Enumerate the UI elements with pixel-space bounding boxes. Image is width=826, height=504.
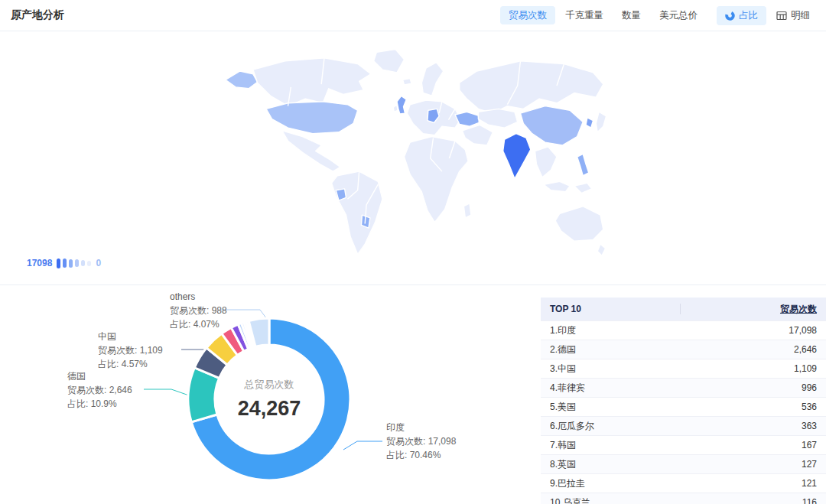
map-legend: 17098 0 [27,258,101,268]
legend-bar [69,259,73,268]
country-india[interactable] [503,134,531,179]
landmass-central-asia [478,109,517,128]
callout-germany: 德国 贸易次数: 2,646 占比: 10.9% [67,369,132,411]
callout-china: 中国 贸易次数: 1,109 占比: 4.57% [98,330,163,371]
table-row[interactable]: 2.德国 2,646 [541,340,826,359]
landmass-australia [555,206,603,242]
metric-tab-group: 贸易次数 千克重量 数量 美元总价 [500,6,706,25]
origin-analysis-panel: 原产地分析 贸易次数 千克重量 数量 美元总价 占比 [0,0,826,504]
breakdown-section: 总贸易次数 24,267 others 贸易次数: 988 占比: 4.07% … [0,285,826,504]
tab-quantity[interactable]: 数量 [613,6,649,25]
table-row[interactable]: 3.中国 1,109 [541,359,826,378]
landmass-russia [460,61,603,113]
callout-india: 印度 贸易次数: 17,098 占比: 70.46% [386,421,456,462]
table-header-trade-count-sort[interactable]: 贸易次数 [681,303,826,316]
world-choropleth-map[interactable] [205,42,618,260]
table-row[interactable]: 6.厄瓜多尔 363 [541,416,826,435]
landmass-southeast-asia [535,147,558,177]
landmass-scandinavia [421,63,444,96]
legend-bar [63,259,67,268]
landmass-iceland [403,79,411,86]
tab-proportion-view[interactable]: 占比 [717,6,766,25]
landmass-indonesia-east [574,183,592,193]
landmass-new-zealand [597,244,605,255]
country-ukraine[interactable] [455,112,479,126]
trade-count-donut-chart [174,304,365,495]
legend-bar [87,261,91,266]
table-row[interactable]: 10.乌克兰 116 [541,493,826,504]
landmass-africa [405,137,469,223]
country-south-korea[interactable] [586,118,593,128]
country-philippines[interactable] [577,154,589,176]
landmass-canada [253,58,371,106]
callout-others: others 贸易次数: 988 占比: 4.07% [170,290,227,331]
view-tab-group: 占比 明细 [717,6,818,25]
tab-trade-count[interactable]: 贸易次数 [500,6,555,25]
landmass-indonesia [544,181,570,191]
table-row[interactable]: 7.韩国 167 [541,435,826,454]
legend-bar [75,259,79,267]
tab-usd-total[interactable]: 美元总价 [651,6,706,25]
tab-kg-weight[interactable]: 千克重量 [557,6,612,25]
table-header-top10: TOP 10 [541,304,681,314]
header-toolbar: 贸易次数 千克重量 数量 美元总价 占比 [500,6,818,25]
landmass-ireland [393,105,398,112]
table-row[interactable]: 8.英国 127 [541,454,826,473]
legend-bar [81,260,85,266]
table-row[interactable]: 5.美国 536 [541,397,826,416]
legend-color-bars [57,259,91,268]
table-row[interactable]: 1.印度 17,098 [541,320,826,340]
country-uk[interactable] [397,96,406,114]
landmass-central-america [282,131,340,171]
table-header-row: TOP 10 贸易次数 [541,298,826,320]
tab-detail-view[interactable]: 明细 [768,6,818,25]
table-row[interactable]: 4.菲律宾 996 [541,378,826,397]
table-icon [776,11,787,21]
legend-min-value: 0 [96,258,101,268]
legend-max-value: 17098 [27,258,52,268]
top10-table: TOP 10 贸易次数 1.印度 17,098 2.德国 2,646 3.中国 … [541,298,826,504]
pie-chart-icon [725,11,735,21]
page-title: 原产地分析 [11,8,64,22]
world-map-section: 17098 0 [0,31,826,285]
country-usa-alaska[interactable] [226,71,258,89]
country-china[interactable] [521,106,584,145]
landmass-south-america [332,171,383,254]
landmass-middle-east [463,125,493,145]
table-row[interactable]: 9.巴拉圭 121 [541,473,826,493]
landmass-japan [596,112,606,132]
landmass-madagascar [463,203,471,218]
legend-bar [57,259,60,268]
landmass-greenland [374,50,405,73]
country-usa[interactable] [266,102,358,134]
panel-header: 原产地分析 贸易次数 千克重量 数量 美元总价 占比 [0,0,826,31]
